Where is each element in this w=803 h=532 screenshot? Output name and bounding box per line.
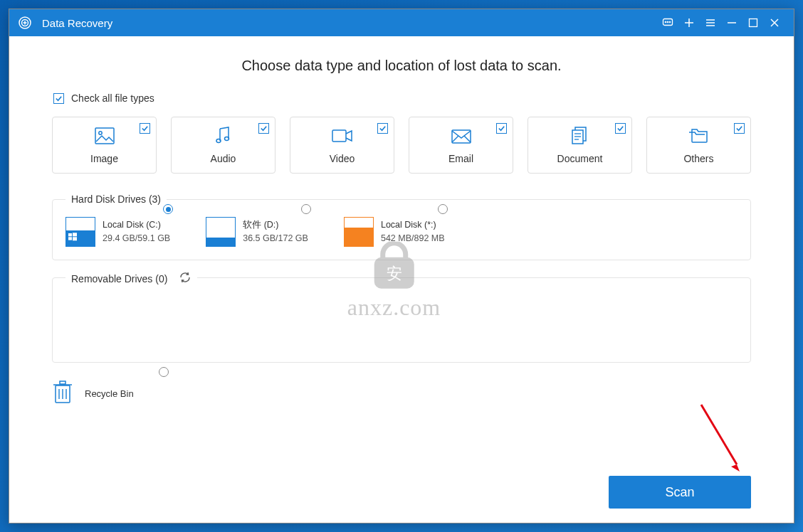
page-heading: Choose data type and location of lost da… bbox=[52, 58, 751, 74]
svg-rect-17 bbox=[95, 128, 114, 144]
menu-icon[interactable] bbox=[700, 12, 721, 33]
file-type-grid: Image Audio Video Email Document bbox=[52, 117, 751, 174]
drive-c[interactable]: Local Disk (C:) 29.4 GB/59.1 GB bbox=[65, 217, 170, 247]
type-card-image-label: Image bbox=[90, 153, 118, 164]
type-card-document-checkbox[interactable] bbox=[615, 123, 626, 134]
type-card-audio[interactable]: Audio bbox=[171, 117, 275, 174]
svg-rect-22 bbox=[332, 130, 346, 142]
svg-point-5 bbox=[665, 21, 666, 23]
drive-c-name: Local Disk (C:) bbox=[103, 218, 170, 232]
drive-d[interactable]: 软件 (D:) 36.5 GB/172 GB bbox=[206, 217, 308, 247]
type-card-document[interactable]: Document bbox=[528, 117, 632, 174]
type-card-audio-label: Audio bbox=[211, 153, 236, 164]
minimize-button[interactable] bbox=[721, 12, 742, 33]
refresh-icon[interactable] bbox=[179, 271, 191, 286]
audio-icon bbox=[214, 126, 233, 146]
drive-c-size: 29.4 GB/59.1 GB bbox=[103, 232, 170, 245]
type-card-others-label: Others bbox=[683, 153, 713, 164]
check-all-row[interactable]: Check all file types bbox=[53, 92, 751, 104]
windows-icon bbox=[68, 231, 77, 244]
type-card-others[interactable]: Others bbox=[646, 117, 751, 174]
titlebar: Data Recovery bbox=[9, 9, 794, 36]
drives-row: Local Disk (C:) 29.4 GB/59.1 GB 软件 (D:) … bbox=[65, 217, 738, 247]
app-title: Data Recovery bbox=[42, 17, 112, 29]
drive-d-radio[interactable] bbox=[301, 204, 311, 214]
type-card-image[interactable]: Image bbox=[52, 117, 157, 174]
feedback-icon[interactable] bbox=[657, 12, 678, 33]
recycle-radio[interactable] bbox=[159, 367, 169, 377]
svg-point-18 bbox=[98, 132, 101, 134]
close-button[interactable] bbox=[764, 12, 785, 33]
folder-icon bbox=[688, 126, 710, 146]
check-all-label: Check all file types bbox=[71, 92, 154, 104]
document-icon bbox=[571, 126, 589, 146]
scan-button[interactable]: Scan bbox=[609, 476, 751, 509]
type-card-audio-checkbox[interactable] bbox=[258, 123, 269, 134]
svg-line-41 bbox=[701, 405, 737, 464]
video-icon bbox=[332, 126, 353, 146]
drive-star-size: 542 MB/892 MB bbox=[381, 232, 445, 245]
svg-point-7 bbox=[669, 21, 671, 23]
drive-d-name: 软件 (D:) bbox=[243, 218, 308, 232]
type-card-video-label: Video bbox=[330, 153, 355, 164]
type-card-others-checkbox[interactable] bbox=[734, 123, 745, 134]
svg-rect-30 bbox=[73, 233, 77, 236]
svg-point-6 bbox=[667, 21, 668, 23]
check-all-checkbox[interactable] bbox=[53, 93, 64, 104]
drive-star-name: Local Disk (*:) bbox=[381, 218, 445, 232]
type-card-image-checkbox[interactable] bbox=[140, 123, 150, 134]
email-icon bbox=[451, 126, 471, 146]
drive-star[interactable]: Local Disk (*:) 542 MB/892 MB bbox=[344, 217, 445, 247]
type-card-email-label: Email bbox=[448, 153, 473, 164]
svg-rect-32 bbox=[73, 237, 77, 240]
svg-rect-14 bbox=[750, 19, 757, 27]
svg-rect-23 bbox=[452, 130, 471, 143]
removable-panel: Removable Drives (0) bbox=[52, 277, 751, 363]
plus-icon[interactable] bbox=[678, 12, 700, 33]
type-card-email[interactable]: Email bbox=[409, 117, 513, 174]
main-content: Choose data type and location of lost da… bbox=[9, 36, 794, 523]
app-window: Data Recovery Choose data type and locat… bbox=[9, 9, 794, 523]
recycle-section[interactable]: Recycle Bin bbox=[52, 380, 751, 407]
maximize-button[interactable] bbox=[742, 12, 764, 33]
image-icon bbox=[95, 126, 115, 146]
recycle-label: Recycle Bin bbox=[85, 388, 134, 399]
app-logo-icon bbox=[18, 16, 32, 30]
svg-rect-31 bbox=[68, 237, 72, 240]
svg-rect-35 bbox=[60, 381, 65, 384]
type-card-video-checkbox[interactable] bbox=[377, 123, 388, 134]
drive-c-radio[interactable] bbox=[163, 204, 173, 214]
trash-icon bbox=[52, 380, 73, 407]
type-card-video[interactable]: Video bbox=[290, 117, 394, 174]
hdd-panel: Hard Disk Drives (3) Local Disk (C:) 29.… bbox=[52, 199, 751, 260]
drive-star-radio[interactable] bbox=[438, 204, 448, 214]
arrow-annotation bbox=[697, 400, 747, 479]
type-card-document-label: Document bbox=[557, 153, 603, 164]
svg-rect-29 bbox=[68, 233, 72, 236]
hdd-panel-title: Hard Disk Drives (3) bbox=[71, 193, 161, 205]
type-card-email-checkbox[interactable] bbox=[496, 123, 507, 134]
drive-d-icon bbox=[206, 217, 236, 247]
removable-panel-title: Removable Drives (0) bbox=[71, 273, 167, 284]
drive-d-size: 36.5 GB/172 GB bbox=[243, 232, 308, 245]
svg-marker-42 bbox=[731, 464, 740, 472]
drive-c-icon bbox=[65, 217, 95, 247]
drive-star-icon bbox=[344, 217, 374, 247]
